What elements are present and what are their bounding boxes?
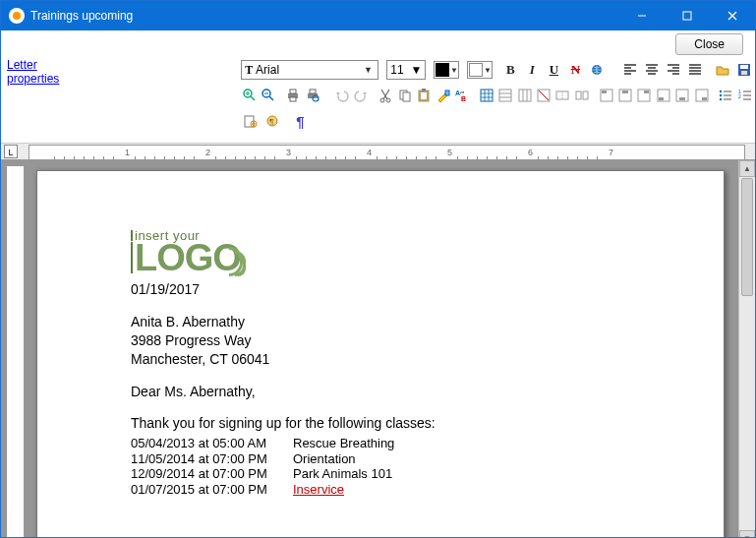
table-split-button[interactable] bbox=[573, 86, 590, 105]
ruler-mark: 1 bbox=[125, 148, 130, 157]
cell-align-bl-button[interactable] bbox=[655, 86, 671, 105]
recipient-city: Manchester, CT 06041 bbox=[131, 351, 665, 368]
minimize-button[interactable] bbox=[619, 1, 665, 30]
zoom-out-button[interactable] bbox=[261, 86, 277, 105]
top-toolbar: Close bbox=[1, 30, 755, 58]
svg-text:B: B bbox=[461, 95, 466, 102]
class-datetime: 11/05/2014 at 07:00 PM bbox=[131, 451, 293, 467]
paste-button[interactable] bbox=[415, 86, 432, 105]
insert-field-button[interactable] bbox=[241, 111, 261, 131]
align-right-button[interactable] bbox=[664, 60, 683, 80]
svg-point-51 bbox=[720, 90, 722, 92]
save-button[interactable] bbox=[734, 60, 754, 80]
class-name: Inservice bbox=[293, 482, 344, 498]
italic-button[interactable]: I bbox=[522, 60, 542, 80]
svg-rect-26 bbox=[421, 92, 427, 99]
align-center-button[interactable] bbox=[642, 60, 662, 80]
scroll-thumb[interactable] bbox=[741, 178, 753, 296]
cell-align-tl-button[interactable] bbox=[598, 86, 614, 105]
dropdown-icon: ▼ bbox=[361, 65, 375, 75]
vertical-ruler[interactable] bbox=[7, 166, 25, 538]
find-replace-button[interactable]: AB bbox=[453, 86, 470, 105]
svg-point-53 bbox=[720, 98, 722, 100]
svg-text:A: A bbox=[455, 90, 460, 96]
font-size-select[interactable]: 11 ▼ bbox=[386, 60, 426, 80]
zoom-in-button[interactable] bbox=[241, 86, 258, 105]
print-preview-button[interactable] bbox=[304, 86, 320, 105]
classes-list: 05/04/2013 at 05:00 AMRescue Breathing11… bbox=[131, 436, 665, 497]
svg-rect-32 bbox=[499, 90, 511, 101]
print-button[interactable] bbox=[285, 86, 302, 105]
cell-align-tr-button[interactable] bbox=[636, 86, 653, 105]
cut-button[interactable] bbox=[378, 86, 394, 105]
horizontal-ruler[interactable]: L 1234567 bbox=[1, 143, 755, 160]
class-datetime: 05/04/2013 at 05:00 AM bbox=[131, 436, 293, 451]
class-name: Orientation bbox=[293, 451, 356, 467]
undo-button[interactable] bbox=[333, 86, 350, 105]
highlight-color-picker[interactable]: ▼ bbox=[467, 61, 493, 79]
font-size-value: 11 bbox=[390, 63, 403, 77]
intro-text: Thank you for signing up for the followi… bbox=[131, 415, 665, 432]
logo-arcs-icon bbox=[237, 247, 246, 278]
show-paragraph-button[interactable]: ¶ bbox=[290, 111, 310, 131]
close-button[interactable]: Close bbox=[675, 33, 743, 55]
svg-rect-19 bbox=[310, 90, 316, 93]
ruler-mark: 7 bbox=[609, 148, 613, 157]
class-datetime: 01/07/2015 at 07:00 PM bbox=[131, 482, 293, 498]
class-row: 11/05/2014 at 07:00 PMOrientation bbox=[131, 451, 665, 467]
align-left-button[interactable] bbox=[620, 60, 640, 80]
text-color-picker[interactable]: ▼ bbox=[434, 61, 459, 79]
svg-rect-27 bbox=[422, 89, 426, 91]
editor-area: insert your LOGO 01/19/2017 Anita B. Abe… bbox=[1, 160, 755, 538]
svg-point-21 bbox=[380, 98, 384, 102]
svg-rect-17 bbox=[290, 97, 296, 101]
tab-align-toggle[interactable]: L bbox=[4, 145, 18, 158]
class-name: Park Animals 101 bbox=[293, 466, 392, 482]
bold-button[interactable]: B bbox=[500, 60, 520, 80]
font-family-select[interactable]: T Arial ▼ bbox=[241, 60, 378, 80]
copy-button[interactable] bbox=[396, 86, 413, 105]
scroll-up-button[interactable]: ▲ bbox=[739, 160, 755, 177]
letter-date: 01/19/2017 bbox=[131, 281, 665, 298]
logo-line2: LOGO bbox=[131, 242, 241, 273]
insert-hyperlink-button[interactable] bbox=[587, 60, 607, 80]
vertical-scrollbar[interactable]: ▲ ▼ bbox=[738, 160, 755, 538]
document-page[interactable]: insert your LOGO 01/19/2017 Anita B. Abe… bbox=[36, 170, 725, 538]
align-justify-button[interactable] bbox=[685, 60, 705, 80]
window-close-button[interactable] bbox=[710, 1, 755, 30]
svg-rect-28 bbox=[445, 90, 449, 95]
bullet-list-button[interactable] bbox=[718, 86, 734, 105]
letter-properties-link[interactable]: Letter properties bbox=[7, 58, 59, 86]
table-delete-button[interactable] bbox=[535, 86, 552, 105]
salutation: Dear Ms. Abernathy, bbox=[131, 384, 665, 400]
scroll-down-button[interactable]: ▼ bbox=[739, 530, 755, 538]
dropdown-icon: ▼ bbox=[410, 63, 422, 77]
redo-button[interactable] bbox=[353, 86, 370, 105]
table-merge-button[interactable] bbox=[554, 86, 571, 105]
cell-align-bc-button[interactable] bbox=[673, 86, 690, 105]
open-button[interactable] bbox=[713, 60, 732, 80]
cell-align-br-button[interactable] bbox=[693, 86, 710, 105]
maximize-button[interactable] bbox=[665, 1, 710, 30]
format-painter-button[interactable] bbox=[435, 86, 451, 105]
cell-align-tc-button[interactable] bbox=[616, 86, 633, 105]
svg-rect-37 bbox=[576, 91, 581, 99]
app-icon bbox=[9, 8, 25, 24]
svg-rect-6 bbox=[740, 65, 748, 69]
svg-rect-16 bbox=[290, 90, 296, 93]
svg-rect-7 bbox=[741, 71, 747, 75]
svg-rect-50 bbox=[702, 97, 707, 100]
insert-table-button[interactable] bbox=[478, 86, 494, 105]
insert-symbol-button[interactable]: ¶ bbox=[262, 111, 282, 131]
underline-button[interactable]: U bbox=[544, 60, 563, 80]
strikethrough-button[interactable]: N bbox=[565, 60, 585, 80]
table-insert-row-button[interactable] bbox=[496, 86, 513, 105]
numbered-list-button[interactable]: 12 bbox=[736, 86, 753, 105]
svg-point-22 bbox=[386, 98, 390, 102]
svg-rect-42 bbox=[622, 90, 628, 93]
svg-rect-38 bbox=[583, 91, 588, 99]
table-insert-col-button[interactable] bbox=[516, 86, 533, 105]
svg-rect-44 bbox=[644, 90, 649, 93]
svg-text:2: 2 bbox=[738, 93, 741, 99]
svg-rect-33 bbox=[519, 90, 531, 101]
